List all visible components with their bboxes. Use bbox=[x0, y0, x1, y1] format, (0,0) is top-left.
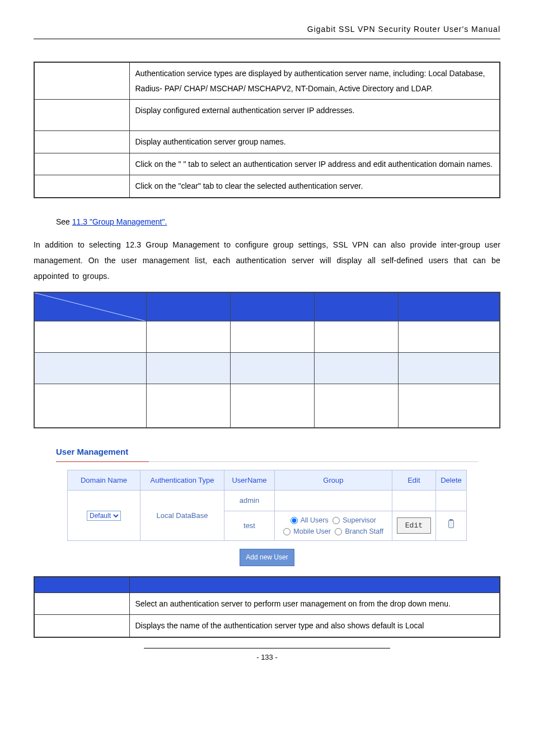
um-header-group: Group bbox=[275, 470, 392, 490]
add-new-user-button[interactable]: Add new User bbox=[240, 549, 294, 567]
desc-row-label bbox=[34, 130, 129, 153]
table-cell bbox=[314, 353, 398, 384]
username-cell: admin bbox=[224, 491, 275, 511]
desc-row-label bbox=[34, 100, 129, 131]
table-cell bbox=[230, 321, 314, 353]
desc2-header bbox=[129, 577, 500, 592]
edit-cell bbox=[392, 491, 435, 511]
desc2-row-text: Displays the name of the authentication … bbox=[129, 615, 500, 637]
page-number: - 133 - bbox=[144, 648, 390, 664]
desc2-header bbox=[34, 577, 129, 592]
edit-cell: Edit bbox=[392, 511, 435, 540]
desc-row-text: Authentication service types are display… bbox=[129, 62, 500, 100]
group-authentication-table bbox=[34, 292, 500, 428]
desc2-row-label bbox=[34, 615, 129, 637]
table-cell bbox=[398, 321, 500, 353]
desc-row-text: Display configured external authenticati… bbox=[129, 100, 500, 131]
desc2-row-label bbox=[34, 592, 129, 615]
table-cell bbox=[314, 384, 398, 428]
domain-cell: Default bbox=[68, 491, 140, 540]
um-header-username: UserName bbox=[224, 470, 275, 490]
um-header-edit: Edit bbox=[392, 470, 435, 490]
table-header bbox=[398, 292, 500, 321]
desc2-row-text: Select an authentication server to perfo… bbox=[129, 592, 500, 615]
um-header-auth: Authentication Type bbox=[140, 470, 224, 490]
table-cell bbox=[314, 321, 398, 353]
radio-all-users[interactable] bbox=[291, 517, 298, 524]
username-cell: test bbox=[224, 511, 275, 540]
desc-row-label bbox=[34, 62, 129, 100]
domain-select[interactable]: Default bbox=[87, 511, 121, 521]
user-management-table: Domain Name Authentication Type UserName… bbox=[67, 470, 467, 541]
table-cell bbox=[230, 384, 314, 428]
delete-cell bbox=[436, 491, 467, 511]
table-cell bbox=[146, 384, 230, 428]
edit-button[interactable]: Edit bbox=[397, 517, 431, 534]
radio-branch-staff[interactable] bbox=[335, 528, 342, 535]
desc-row-label bbox=[34, 175, 129, 198]
table-cell bbox=[146, 321, 230, 353]
desc-row-label bbox=[34, 153, 129, 175]
table-cell bbox=[398, 353, 500, 384]
see-link-line: See 11.3 "Group Management". bbox=[34, 215, 500, 229]
um-header-delete: Delete bbox=[436, 470, 467, 490]
group-radio-mobile[interactable]: Mobile User bbox=[283, 528, 331, 535]
radio-label: Supervisor bbox=[343, 516, 376, 524]
table-header bbox=[146, 292, 230, 321]
heading-rule bbox=[56, 461, 478, 462]
desc-row-text: Click on the "clear" tab to clear the se… bbox=[129, 175, 500, 198]
delete-cell bbox=[436, 511, 467, 540]
table-cell bbox=[34, 384, 146, 428]
svg-line-0 bbox=[35, 293, 146, 321]
trash-icon[interactable] bbox=[448, 520, 454, 528]
group-radio-allusers[interactable]: All Users bbox=[291, 516, 329, 524]
table-header bbox=[230, 292, 314, 321]
see-prefix: See bbox=[56, 217, 72, 226]
user-management-heading: User Management bbox=[34, 444, 500, 461]
intro-paragraph: In addition to selecting 12.3 Group Mana… bbox=[34, 237, 500, 284]
user-mgmt-description-table: Select an authentication server to perfo… bbox=[34, 576, 500, 638]
table-cell bbox=[146, 353, 230, 384]
group-cell bbox=[275, 491, 392, 511]
radio-label: All Users bbox=[301, 516, 329, 524]
table-cell bbox=[398, 384, 500, 428]
auth-description-table: Authentication service types are display… bbox=[34, 62, 500, 198]
table-header-diagonal bbox=[34, 292, 146, 321]
radio-label: Mobile User bbox=[293, 528, 331, 535]
radio-label: Branch Staff bbox=[345, 528, 383, 535]
radio-supervisor[interactable] bbox=[332, 517, 340, 524]
desc-row-text: Click on the " " tab to select an authen… bbox=[129, 153, 500, 175]
table-cell bbox=[230, 353, 314, 384]
group-management-link[interactable]: 11.3 "Group Management". bbox=[72, 217, 167, 226]
table-header bbox=[314, 292, 398, 321]
group-radio-cell: All Users Supervisor Mobile User Branch … bbox=[275, 511, 392, 540]
radio-mobile-user[interactable] bbox=[283, 528, 291, 535]
group-radio-supervisor[interactable]: Supervisor bbox=[332, 516, 376, 524]
table-cell bbox=[34, 321, 146, 353]
page-header: Gigabit SSL VPN Security Router User's M… bbox=[34, 22, 500, 39]
um-header-domain: Domain Name bbox=[68, 470, 140, 490]
desc-row-text: Display authentication server group name… bbox=[129, 130, 500, 153]
group-radio-branch[interactable]: Branch Staff bbox=[335, 528, 383, 535]
table-cell bbox=[34, 353, 146, 384]
auth-type-cell: Local DataBase bbox=[140, 491, 224, 540]
